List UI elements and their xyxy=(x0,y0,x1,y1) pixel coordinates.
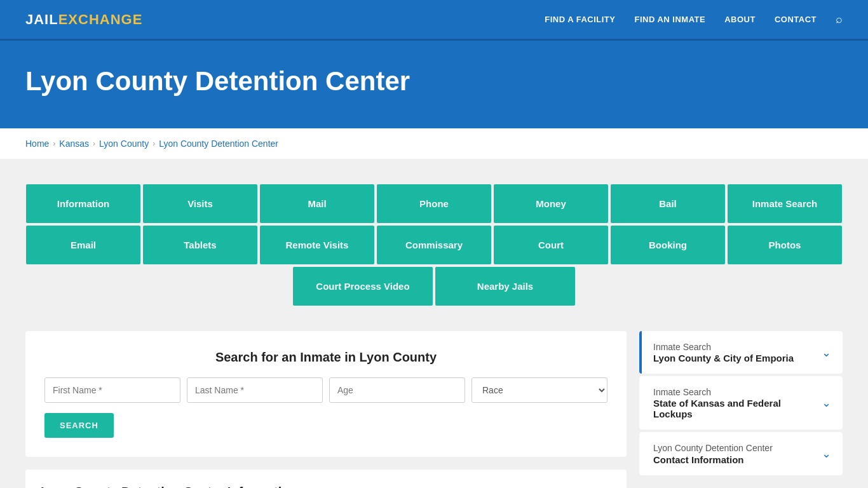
page-title: Lyon County Detention Center xyxy=(25,66,843,97)
sidebar-card-header-local[interactable]: Inmate Search Lyon County & City of Empo… xyxy=(639,331,843,374)
btn-bail[interactable]: Bail xyxy=(611,184,725,223)
btn-phone[interactable]: Phone xyxy=(377,184,491,223)
site-logo[interactable]: JAILEXCHANGE xyxy=(25,11,142,28)
nav-about[interactable]: ABOUT xyxy=(724,15,756,24)
race-select[interactable]: Race White Black Hispanic Asian Other xyxy=(471,377,607,403)
category-buttons: Information Visits Mail Phone Money Bail… xyxy=(25,172,843,318)
sidebar-card-subtitle-local: Lyon County & City of Emporia xyxy=(653,353,794,363)
sidebar-card-subtitle-state: State of Kansas and Federal Lockups xyxy=(653,398,822,419)
sidebar-card-text-state: Inmate Search State of Kansas and Federa… xyxy=(653,386,822,419)
age-input[interactable] xyxy=(329,377,465,403)
logo-exchange-text: EXCHANGE xyxy=(58,11,143,28)
main-nav: FIND A FACILITY FIND AN INMATE ABOUT CON… xyxy=(545,13,843,26)
sidebar-card-inmate-state: Inmate Search State of Kansas and Federa… xyxy=(639,376,843,430)
sidebar-card-inmate-local: Inmate Search Lyon County & City of Empo… xyxy=(639,331,843,374)
btn-email[interactable]: Email xyxy=(26,226,140,264)
btn-nearby-jails[interactable]: Nearby Jails xyxy=(435,267,575,306)
chevron-down-icon-3: ⌄ xyxy=(822,447,831,461)
btn-mail[interactable]: Mail xyxy=(260,184,374,223)
breadcrumb-sep-1: › xyxy=(53,139,55,148)
breadcrumb: Home › Kansas › Lyon County › Lyon Count… xyxy=(25,128,843,159)
nav-find-inmate[interactable]: FIND AN INMATE xyxy=(634,15,705,24)
btn-tablets[interactable]: Tablets xyxy=(143,226,257,264)
first-name-input[interactable] xyxy=(44,377,180,403)
btn-information[interactable]: Information xyxy=(26,184,140,223)
btn-court[interactable]: Court xyxy=(494,226,608,264)
buttons-row-3: Court Process Video Nearby Jails xyxy=(288,267,580,306)
search-icon[interactable]: ⌕ xyxy=(836,13,843,26)
breadcrumb-sep-3: › xyxy=(153,139,155,148)
info-title: Lyon County Detention Center Information xyxy=(41,485,611,488)
chevron-down-icon: ⌄ xyxy=(822,346,831,360)
btn-remote-visits[interactable]: Remote Visits xyxy=(260,226,374,264)
breadcrumb-home[interactable]: Home xyxy=(25,139,49,149)
sidebar-card-header-contact[interactable]: Lyon County Detention Center Contact Inf… xyxy=(639,432,843,475)
sidebar-card-subtitle-contact: Contact Information xyxy=(653,454,773,465)
content-layout: Search for an Inmate in Lyon County Race… xyxy=(25,331,843,488)
logo-jail-text: JAIL xyxy=(25,11,58,28)
sidebar-card-title-state: Inmate Search xyxy=(653,386,822,398)
info-section: Lyon County Detention Center Information xyxy=(25,470,627,488)
nav-contact[interactable]: CONTACT xyxy=(775,15,817,24)
btn-visits[interactable]: Visits xyxy=(143,184,257,223)
nav-find-facility[interactable]: FIND A FACILITY xyxy=(545,15,615,24)
breadcrumb-sep-2: › xyxy=(93,139,95,148)
last-name-input[interactable] xyxy=(187,377,323,403)
hero-section: Lyon County Detention Center xyxy=(0,41,868,128)
chevron-down-icon-2: ⌄ xyxy=(822,396,831,410)
buttons-row-2: Email Tablets Remote Visits Commissary C… xyxy=(25,226,843,264)
search-fields: Race White Black Hispanic Asian Other xyxy=(44,377,607,403)
inmate-search-card: Search for an Inmate in Lyon County Race… xyxy=(25,331,627,457)
buttons-row-1: Information Visits Mail Phone Money Bail… xyxy=(25,184,843,223)
btn-money[interactable]: Money xyxy=(494,184,608,223)
btn-photos[interactable]: Photos xyxy=(728,226,842,264)
btn-inmate-search[interactable]: Inmate Search xyxy=(728,184,842,223)
search-title: Search for an Inmate in Lyon County xyxy=(44,350,607,365)
sidebar-card-title-local: Inmate Search xyxy=(653,341,794,353)
content-main: Search for an Inmate in Lyon County Race… xyxy=(25,331,627,488)
sidebar: Inmate Search Lyon County & City of Empo… xyxy=(639,331,843,488)
site-header: JAILEXCHANGE FIND A FACILITY FIND AN INM… xyxy=(0,0,868,41)
breadcrumb-kansas[interactable]: Kansas xyxy=(59,139,89,149)
main-content: Information Visits Mail Phone Money Bail… xyxy=(0,159,868,488)
breadcrumb-current: Lyon County Detention Center xyxy=(159,139,278,149)
breadcrumb-bar: Home › Kansas › Lyon County › Lyon Count… xyxy=(0,128,868,159)
sidebar-card-text-local: Inmate Search Lyon County & City of Empo… xyxy=(653,341,794,363)
btn-commissary[interactable]: Commissary xyxy=(377,226,491,264)
sidebar-card-header-state[interactable]: Inmate Search State of Kansas and Federa… xyxy=(639,376,843,430)
sidebar-card-title-contact: Lyon County Detention Center xyxy=(653,442,773,454)
sidebar-card-contact: Lyon County Detention Center Contact Inf… xyxy=(639,432,843,475)
search-button[interactable]: SEARCH xyxy=(44,413,114,438)
btn-court-process-video[interactable]: Court Process Video xyxy=(293,267,433,306)
sidebar-card-text-contact: Lyon County Detention Center Contact Inf… xyxy=(653,442,773,464)
btn-booking[interactable]: Booking xyxy=(611,226,725,264)
breadcrumb-lyon-county[interactable]: Lyon County xyxy=(99,139,149,149)
